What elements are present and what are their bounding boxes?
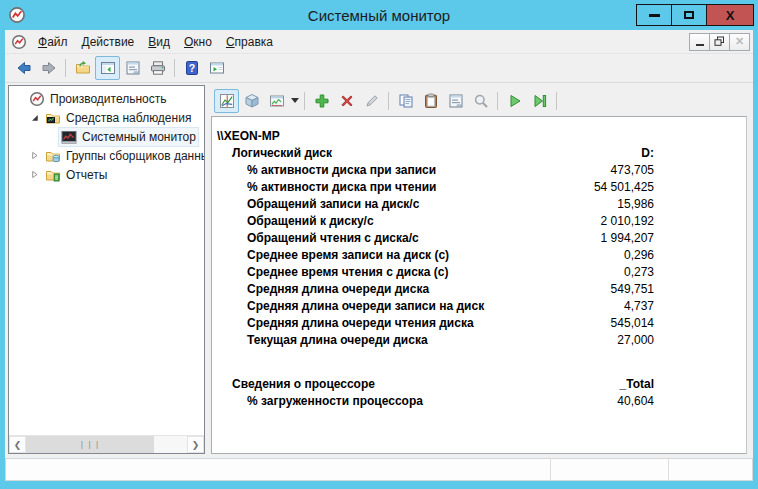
- tree-expander-icon[interactable]: [27, 113, 42, 122]
- report-row: Обращений к диску/с2 010,192: [212, 213, 746, 230]
- counter-name: Текущая длина очереди диска: [212, 332, 617, 349]
- counter-value: 2 010,192: [601, 213, 654, 230]
- tree-item-sysmon[interactable]: Системный монитор: [9, 127, 204, 146]
- mdi-close-icon: ✕: [735, 36, 744, 47]
- tree-item-label: Отчеты: [66, 168, 107, 182]
- tree-item-folder-chart[interactable]: Средства наблюдения: [9, 108, 204, 127]
- counter-value: _Total: [620, 376, 654, 393]
- main-toolbar: ?: [5, 54, 753, 83]
- mdi-restore-button[interactable]: [709, 33, 730, 51]
- menu-item-1[interactable]: Файл: [31, 33, 75, 51]
- tree-item-folder-db[interactable]: Группы сборщиков данных: [9, 146, 204, 165]
- add-counter-button[interactable]: [309, 89, 334, 113]
- paste-counter-list-button[interactable]: [418, 89, 443, 113]
- close-icon: X: [726, 9, 735, 22]
- highlight-pencil-icon: [364, 93, 380, 109]
- window-controls: X: [637, 4, 754, 26]
- counter-name: \\XEON-MP: [212, 128, 654, 145]
- scrollbar-track[interactable]: [154, 436, 187, 453]
- maximize-icon: [684, 11, 694, 19]
- counter-name: % активности диска при чтении: [212, 179, 594, 196]
- folder-db-icon: [45, 148, 61, 164]
- menu-item-5[interactable]: Справка: [219, 33, 280, 51]
- toolbar-separator: [174, 59, 175, 77]
- toolbar-separator: [497, 92, 498, 110]
- counter-name: Сведения о процессоре: [212, 376, 620, 393]
- tree-item-perfmon[interactable]: Производительность: [9, 89, 204, 108]
- report-row: Среднее время записи на диск (с)0,296: [212, 247, 746, 264]
- console-tree: ПроизводительностьСредства наблюденияСис…: [9, 86, 204, 435]
- tree-item-label: Средства наблюдения: [66, 111, 191, 125]
- minimize-button[interactable]: [636, 4, 672, 26]
- freeze-display-button[interactable]: [502, 89, 527, 113]
- properties-button[interactable]: [120, 56, 145, 80]
- forward-icon: [41, 60, 57, 76]
- mdi-minimize-button[interactable]: [689, 33, 710, 51]
- console-tree-panel: ПроизводительностьСредства наблюденияСис…: [8, 85, 205, 454]
- tree-horizontal-scrollbar[interactable]: ❮ ❘❘❘ ❯: [9, 435, 204, 453]
- menu-items: ФайлДействиеВидОкноСправка: [31, 33, 280, 51]
- report-row: Текущая длина очереди диска27,000: [212, 332, 746, 349]
- zoom-magnifier-button[interactable]: [468, 89, 493, 113]
- menu-item-3[interactable]: Вид: [141, 33, 177, 51]
- add-counter-icon: [314, 93, 330, 109]
- update-data-button[interactable]: [527, 89, 552, 113]
- highlight-pencil-button[interactable]: [359, 89, 384, 113]
- counter-name: Средняя длина очереди записи на диск: [212, 298, 624, 315]
- change-graph-type-button[interactable]: [264, 89, 289, 113]
- view-log-data-button[interactable]: [239, 89, 264, 113]
- counter-name: Логический диск: [212, 145, 641, 162]
- new-window-button[interactable]: [204, 56, 229, 80]
- report-row: % активности диска при записи473,705: [212, 162, 746, 179]
- paste-counter-list-icon: [423, 93, 439, 109]
- tree-item-label: Группы сборщиков данных: [66, 149, 204, 163]
- print-button[interactable]: [145, 56, 170, 80]
- properties-dialog-button[interactable]: [443, 89, 468, 113]
- console-tree-button[interactable]: [95, 56, 120, 80]
- menu-item-2[interactable]: Действие: [75, 33, 142, 51]
- copy-properties-button[interactable]: [393, 89, 418, 113]
- menu-item-4[interactable]: Окно: [177, 33, 219, 51]
- report-row: Средняя длина очереди записи на диск4,73…: [212, 298, 746, 315]
- tree-expander-icon[interactable]: [27, 170, 42, 179]
- scroll-left-button[interactable]: ❮: [9, 436, 26, 453]
- counter-name: Обращений к диску/с: [212, 213, 601, 230]
- counter-value: 473,705: [611, 162, 654, 179]
- report-view: \\XEON-MPЛогический дискD:% активности д…: [211, 116, 747, 454]
- console-tree-icon: [100, 60, 116, 76]
- mdi-minimize-icon: [696, 44, 704, 46]
- counter-name: Среднее время записи на диск (с): [212, 247, 624, 264]
- export-folder-button[interactable]: [70, 56, 95, 80]
- back-button[interactable]: [11, 56, 36, 80]
- view-current-activity-button[interactable]: [214, 89, 239, 113]
- report-row: Средняя длина очереди диска549,751: [212, 281, 746, 298]
- report-spacer: [212, 349, 746, 376]
- mdi-controls: ✕: [690, 33, 750, 51]
- view-current-activity-icon: [219, 93, 235, 109]
- counter-value: 27,000: [617, 332, 654, 349]
- report-row: Средняя длина очереди чтения диска545,01…: [212, 315, 746, 332]
- status-bar-cell: [668, 459, 752, 480]
- toolbar-separator: [388, 92, 389, 110]
- folder-chart-icon: [45, 110, 61, 126]
- tree-expander-icon[interactable]: [27, 151, 42, 160]
- forward-button[interactable]: [36, 56, 61, 80]
- scrollbar-thumb[interactable]: ❘❘❘: [26, 436, 154, 453]
- counter-value: 545,014: [611, 315, 654, 332]
- scroll-right-button[interactable]: ❯: [187, 436, 204, 453]
- counter-value: 0,273: [624, 264, 654, 281]
- change-graph-type-icon: [269, 93, 285, 109]
- help-button[interactable]: ?: [179, 56, 204, 80]
- close-button[interactable]: X: [706, 4, 754, 26]
- counter-value: 54 501,425: [594, 179, 654, 196]
- maximize-button[interactable]: [671, 4, 707, 26]
- report-row: \\XEON-MP: [212, 128, 746, 145]
- delete-counter-button[interactable]: [334, 89, 359, 113]
- dropdown-caret-button[interactable]: [289, 89, 300, 113]
- mdi-close-button[interactable]: ✕: [729, 33, 750, 51]
- help-icon: ?: [184, 60, 200, 76]
- tree-item-folder-report[interactable]: Отчеты: [9, 165, 204, 184]
- titlebar: Системный монитор X: [0, 0, 758, 30]
- report-content: \\XEON-MPЛогический дискD:% активности д…: [212, 117, 746, 410]
- counter-value: 549,751: [611, 281, 654, 298]
